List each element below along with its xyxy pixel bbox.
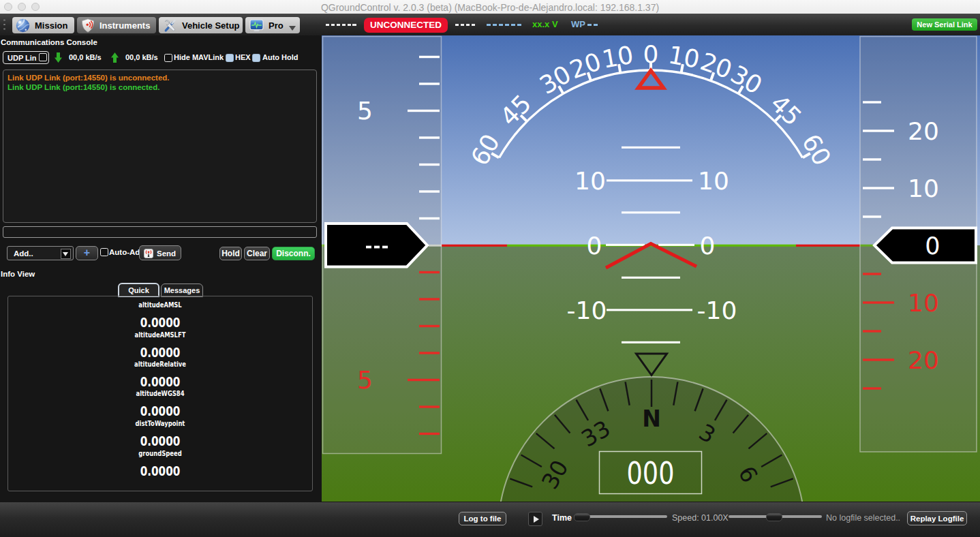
svg-text:N: N — [642, 405, 661, 432]
svg-text:20: 20 — [908, 117, 939, 145]
svg-text:0: 0 — [643, 40, 659, 68]
svg-text:000: 000 — [627, 456, 675, 491]
svg-text:0: 0 — [587, 232, 602, 260]
svg-text:5: 5 — [357, 97, 373, 125]
svg-text:-10: -10 — [697, 296, 737, 324]
svg-text:10: 10 — [667, 41, 702, 74]
svg-text:0: 0 — [700, 232, 716, 260]
svg-text:-10: -10 — [567, 296, 607, 324]
svg-text:10: 10 — [575, 167, 606, 195]
svg-text:10: 10 — [698, 167, 729, 195]
svg-text:5: 5 — [357, 366, 373, 394]
svg-text:10: 10 — [908, 174, 939, 202]
svg-text:0: 0 — [925, 232, 940, 260]
svg-text:10: 10 — [600, 41, 635, 74]
svg-text:20: 20 — [908, 346, 939, 374]
svg-text:10: 10 — [908, 289, 939, 317]
